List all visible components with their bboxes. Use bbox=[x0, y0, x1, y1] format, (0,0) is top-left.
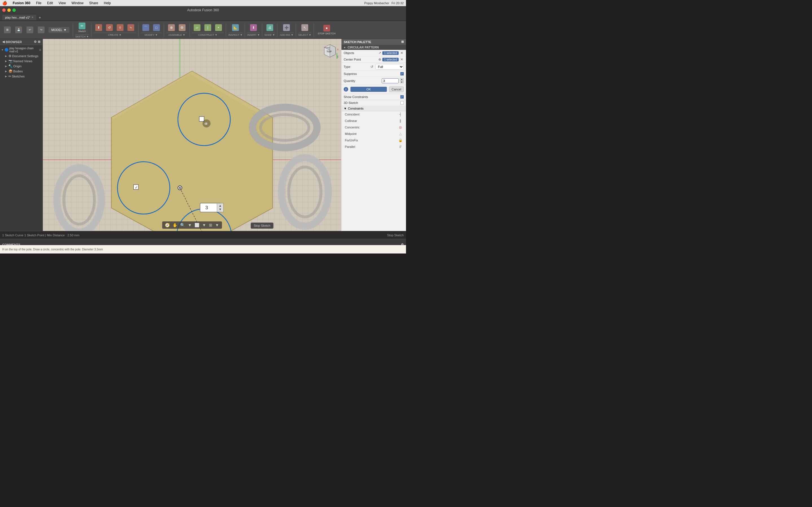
addins-group-label: ADD-INS ▼ bbox=[280, 33, 293, 36]
extrude-btn[interactable]: ⬆ bbox=[94, 23, 104, 32]
vp-grid-btn[interactable]: ⊞ bbox=[208, 222, 213, 228]
sketch-3d-row: 3D Sketch bbox=[342, 100, 406, 106]
close-button[interactable] bbox=[2, 8, 6, 12]
tree-item-origin[interactable]: ▶ 🔦 Origin bbox=[0, 64, 43, 69]
tree-label-sketches: Sketches bbox=[12, 75, 42, 78]
objects-clear-btn[interactable]: ✕ bbox=[400, 51, 404, 55]
browser-header-icons: ⚙ ⊞ bbox=[34, 40, 40, 44]
vp-display-btn[interactable]: ⬜ bbox=[193, 222, 200, 228]
make-btn[interactable]: 🖨 bbox=[265, 23, 275, 32]
browser-tree: ▼ 🔵 play hexagon chain mail v1 ⚙ ▶ ⚙ Doc… bbox=[0, 45, 43, 231]
toolbar-grid-btn[interactable]: ⊞ bbox=[2, 25, 12, 34]
menu-edit[interactable]: Edit bbox=[46, 1, 54, 6]
addins-btn[interactable]: ➕ bbox=[282, 23, 292, 32]
constraint-midpoint[interactable]: Midpoint △ bbox=[342, 131, 406, 137]
toolbar-divider-10 bbox=[296, 23, 296, 37]
constraint-concentric[interactable]: Concentric ◎ bbox=[342, 124, 406, 131]
suppress-label: Suppress bbox=[344, 72, 399, 75]
menu-file[interactable]: File bbox=[35, 1, 43, 6]
vp-pan-btn[interactable]: ✋ bbox=[171, 222, 179, 228]
menubar-time: Fri 20:32 bbox=[392, 1, 404, 5]
tab-close-icon[interactable]: ✕ bbox=[31, 16, 34, 19]
quantity-step-down[interactable]: ▼ bbox=[400, 81, 404, 83]
joint-btn[interactable]: ⚙ bbox=[177, 23, 187, 32]
browser-collapse-btn[interactable]: ◀ bbox=[2, 40, 4, 44]
insert-btn[interactable]: ⬇ bbox=[248, 23, 259, 32]
vp-zoom-btn[interactable]: 🔍 bbox=[179, 222, 186, 228]
type-select[interactable]: Full Symmetric bbox=[375, 64, 404, 69]
shell-btn[interactable]: □ bbox=[151, 23, 161, 32]
stop-sketch-btn[interactable]: ■ STOP SKETCH bbox=[316, 24, 337, 36]
select-btn[interactable]: ↖ bbox=[300, 23, 310, 32]
suppress-checkbox[interactable] bbox=[400, 72, 404, 75]
inspect-btn[interactable]: 📐 bbox=[231, 23, 241, 32]
mode-selector[interactable]: MODEL ▼ bbox=[49, 27, 69, 33]
tree-item-bodies[interactable]: ▶ 📦 Bodies bbox=[0, 69, 43, 74]
menu-share[interactable]: Share bbox=[88, 1, 99, 6]
toolbar-redo-btn[interactable]: ↪ bbox=[36, 25, 46, 34]
fixunfix-label: Fix/UnFix bbox=[345, 138, 396, 142]
tab-main[interactable]: play hex...mail v1* ✕ bbox=[2, 15, 36, 20]
tree-item-root[interactable]: ▼ 🔵 play hexagon chain mail v1 ⚙ bbox=[0, 46, 43, 54]
ok-button[interactable]: OK bbox=[350, 87, 387, 92]
construct-point-btn[interactable]: • bbox=[213, 23, 223, 32]
midpoint-icon: △ bbox=[398, 131, 403, 136]
vp-grid-dropdown-btn[interactable]: ▼ bbox=[214, 222, 220, 228]
fillet-btn[interactable]: ⌒ bbox=[141, 23, 151, 32]
browser-settings-icon[interactable]: ⚙ bbox=[34, 40, 37, 44]
stop-sketch-status-btn[interactable]: Stop Sketch bbox=[387, 233, 404, 237]
sketch-btn[interactable]: ✏ Sketch bbox=[77, 21, 88, 34]
show-constraints-checkbox[interactable] bbox=[400, 95, 404, 99]
menu-fusion360[interactable]: Fusion 360 bbox=[11, 1, 32, 6]
constraint-collinear[interactable]: Collinear ∥ bbox=[342, 118, 406, 124]
maximize-button[interactable] bbox=[12, 8, 16, 12]
vp-zoom-dropdown-btn[interactable]: ▼ bbox=[187, 222, 193, 228]
construct-plane-btn[interactable]: ▱ bbox=[192, 23, 202, 32]
objects-row: Objects ↗ 1 selected ✕ bbox=[342, 50, 406, 56]
vp-navigate-btn[interactable]: 🧭 bbox=[164, 222, 171, 228]
new-component-btn[interactable]: ⊕ bbox=[166, 23, 176, 32]
loft-btn[interactable]: ◊ bbox=[115, 23, 125, 32]
tree-item-named-views[interactable]: ▶ 📷 Named Views bbox=[0, 59, 43, 64]
palette-expand-icon[interactable]: ⊞ bbox=[401, 40, 404, 44]
quantity-input[interactable] bbox=[382, 78, 399, 83]
viewport[interactable]: ✓ Ø2.50 3 ▲ ▼ 👁 bbox=[43, 39, 341, 231]
menu-view[interactable]: View bbox=[57, 1, 67, 6]
menu-help[interactable]: Help bbox=[103, 1, 112, 6]
orientation-cube[interactable]: TOP X Z bbox=[321, 42, 338, 59]
objects-label: Objects bbox=[344, 51, 377, 55]
tree-label-bodies: Bodies bbox=[13, 69, 42, 73]
new-tab-button[interactable]: + bbox=[37, 15, 43, 20]
sketch-3d-checkbox[interactable] bbox=[400, 101, 404, 105]
select-group-label: SELECT ▼ bbox=[298, 33, 311, 36]
toolbar-divider-4 bbox=[164, 23, 164, 37]
constraints-header[interactable]: ▼ Constraints bbox=[342, 106, 406, 111]
constraint-fixunfix[interactable]: Fix/UnFix 🔒 bbox=[342, 137, 406, 144]
svg-text:Z: Z bbox=[337, 55, 338, 57]
construct-axis-btn[interactable]: | bbox=[203, 23, 213, 32]
quantity-step-up[interactable]: ▲ bbox=[400, 78, 404, 80]
vp-display-dropdown-btn[interactable]: ▼ bbox=[201, 222, 207, 228]
browser-expand-icon[interactable]: ⊞ bbox=[38, 40, 40, 44]
apple-menu[interactable]: 🍎 bbox=[2, 1, 7, 5]
parallel-icon: // bbox=[398, 145, 403, 149]
minimize-button[interactable] bbox=[7, 8, 11, 12]
tree-gear-root: ⚙ bbox=[39, 48, 42, 52]
create-group-label: CREATE ▼ bbox=[94, 33, 136, 36]
tooltip-text: H on the top of the pole. Draw a circle,… bbox=[2, 248, 103, 251]
tree-item-sketches[interactable]: ▶ ✏ Sketches bbox=[0, 74, 43, 79]
tree-label-views: Named Views bbox=[13, 59, 42, 63]
stop-sketch-overlay-btn[interactable]: Stop Sketch bbox=[251, 223, 273, 229]
cancel-button[interactable]: Cancel bbox=[389, 87, 404, 92]
constraint-parallel[interactable]: Parallel // bbox=[342, 144, 406, 150]
toolbar-undo-btn[interactable]: ↩ bbox=[25, 25, 35, 34]
constraint-coincident[interactable]: Coincident ┤ bbox=[342, 111, 406, 118]
ok-cancel-row: i OK Cancel bbox=[342, 85, 406, 94]
sweep-btn[interactable]: ⤷ bbox=[126, 23, 136, 32]
toolbar-group-make: 🖨 MAKE ▼ bbox=[264, 23, 275, 36]
revolve-btn[interactable]: ↺ bbox=[104, 23, 114, 32]
tree-item-doc-settings[interactable]: ▶ ⚙ Document Settings bbox=[0, 54, 43, 59]
toolbar-save-btn[interactable]: 💾 bbox=[13, 25, 24, 34]
center-point-clear-btn[interactable]: ✕ bbox=[400, 57, 404, 61]
menu-window[interactable]: Window bbox=[70, 1, 85, 6]
